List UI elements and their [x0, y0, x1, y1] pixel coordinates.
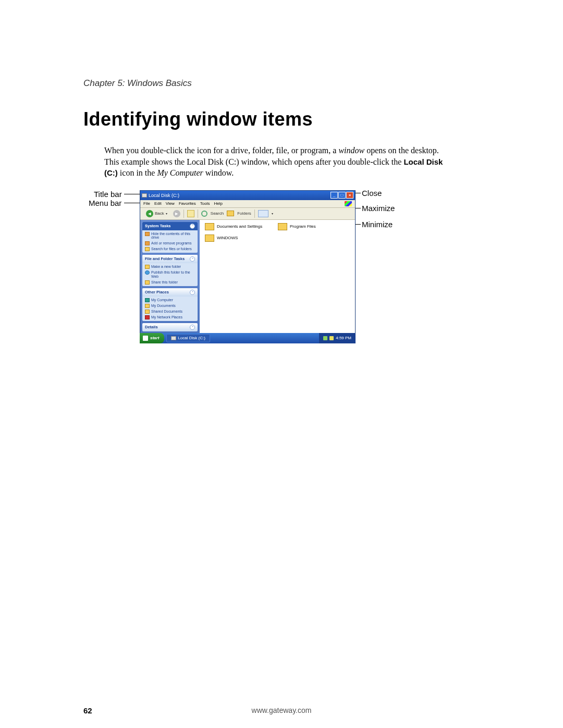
panel-link[interactable]: Search for files or folders [145, 247, 195, 251]
xp-content-area[interactable]: Documents and Settings Program Files WIN… [200, 220, 355, 334]
link-text: Publish this folder to the Web [151, 270, 195, 278]
publish-icon [145, 270, 150, 275]
search-button[interactable]: Search [211, 211, 224, 216]
panel-title: System Tasks [145, 224, 170, 229]
chevron-up-icon: ˄ [190, 224, 195, 229]
forward-button[interactable]: ► [173, 210, 180, 217]
tray-icon [323, 336, 327, 340]
panel-head[interactable]: System Tasks ˄ [142, 222, 198, 230]
panel-title: Other Places [145, 290, 169, 295]
folder-item[interactable]: Program Files [278, 223, 340, 230]
callout-line [124, 203, 140, 203]
my-documents-icon [145, 304, 150, 308]
page-number: 62 [83, 706, 92, 715]
para-italic-window: window [338, 146, 364, 155]
panel-link[interactable]: Share this folder [145, 280, 195, 285]
link-text: Shared Documents [151, 310, 182, 314]
xp-window: Local Disk (C:) _ □ × File Edit View Fav… [140, 190, 356, 333]
menu-tools[interactable]: Tools [200, 201, 210, 206]
figure-window-items: Title bar Menu bar Close Maximize Minimi… [83, 190, 469, 357]
xp-menu-bar: File Edit View Favorites Tools Help [140, 200, 355, 208]
folder-item[interactable]: WINDOWS [205, 235, 267, 242]
panel-head[interactable]: Details ˅ [142, 323, 198, 331]
item-label: WINDOWS [217, 236, 238, 240]
link-text: Add or remove programs [151, 241, 191, 245]
my-computer-icon [145, 298, 150, 302]
callout-title-bar: Title bar [94, 190, 122, 199]
page-heading: Identifying window items [83, 108, 563, 130]
intro-paragraph: When you double-click the icon for a dri… [104, 145, 454, 179]
menu-file[interactable]: File [143, 201, 150, 206]
windows-logo-icon [345, 201, 352, 206]
link-text: My Computer [151, 298, 173, 302]
menu-favorites[interactable]: Favorites [179, 201, 196, 206]
xp-side-panel: System Tasks ˄ Hide the contents of this… [140, 220, 200, 334]
callout-menu-bar: Menu bar [89, 199, 121, 207]
link-text: Search for files or folders [151, 247, 192, 251]
panel-title: Details [145, 325, 158, 330]
panel-link[interactable]: Make a new folder [145, 265, 195, 269]
para-text: When you double-click the icon for a dri… [104, 146, 338, 155]
up-button[interactable] [187, 210, 194, 217]
search-icon [201, 211, 207, 217]
taskbar-task-button[interactable]: Local Disk (C:) [166, 334, 210, 342]
xp-title-text: Local Disk (C:) [142, 193, 179, 198]
panel-head[interactable]: File and Folder Tasks ˄ [142, 255, 198, 263]
panel-system-tasks: System Tasks ˄ Hide the contents of this… [142, 222, 198, 253]
folder-icon [205, 235, 214, 242]
callout-line [124, 194, 140, 194]
item-label: Documents and Settings [217, 224, 262, 229]
folders-button[interactable]: Folders [237, 211, 251, 216]
panel-link[interactable]: Add or remove programs [145, 241, 195, 245]
tray-icon [329, 336, 334, 340]
back-button[interactable]: ◄ Back ▾ [143, 209, 170, 218]
clock: 4:59 PM [336, 336, 351, 340]
panel-title: File and Folder Tasks [145, 256, 185, 262]
back-arrow-icon: ◄ [146, 210, 153, 217]
windows-flag-icon [143, 336, 148, 341]
xp-taskbar: start Local Disk (C:) 4:59 PM [140, 333, 356, 343]
panel-link[interactable]: My Network Places [145, 315, 195, 319]
shared-documents-icon [145, 310, 150, 314]
separator [254, 209, 255, 218]
system-tray[interactable]: 4:59 PM [319, 333, 356, 343]
para-italic-mycomputer: My Computer [157, 168, 203, 177]
views-button[interactable] [258, 210, 268, 217]
panel-link[interactable]: Shared Documents [145, 310, 195, 314]
chevron-down-icon: ▾ [272, 212, 273, 215]
panel-other-places: Other Places ˄ My Computer My Documents … [142, 288, 198, 321]
close-button[interactable]: × [346, 192, 353, 199]
panel-link[interactable]: My Computer [145, 298, 195, 302]
window-title: Local Disk (C:) [149, 193, 179, 198]
menu-view[interactable]: View [166, 201, 175, 206]
footer-url: www.gateway.com [252, 706, 312, 714]
programs-icon [145, 241, 150, 245]
maximize-button[interactable]: □ [338, 192, 346, 199]
panel-head[interactable]: Other Places ˄ [142, 288, 198, 297]
xp-toolbar: ◄ Back ▾ ► Search Folders ▾ [140, 208, 355, 220]
network-places-icon [145, 315, 150, 319]
panel-link[interactable]: Publish this folder to the Web [145, 270, 195, 278]
panel-link[interactable]: My Documents [145, 304, 195, 308]
xp-title-bar[interactable]: Local Disk (C:) _ □ × [140, 191, 355, 200]
panel-link[interactable]: Hide the contents of this drive [145, 232, 195, 240]
folder-icon [205, 223, 214, 230]
folder-item[interactable]: Documents and Settings [205, 223, 267, 230]
menu-help[interactable]: Help [214, 201, 222, 206]
search-files-icon [145, 247, 150, 251]
start-button[interactable]: start [140, 333, 164, 343]
item-label: Program Files [290, 224, 316, 229]
new-folder-icon [145, 265, 150, 269]
chevron-down-icon: ˅ [190, 325, 195, 330]
chevron-up-icon: ˄ [190, 256, 195, 262]
minimize-button[interactable]: _ [331, 192, 338, 199]
xp-body: System Tasks ˄ Hide the contents of this… [140, 220, 355, 334]
share-icon [145, 280, 150, 285]
callout-minimize: Minimize [362, 220, 393, 229]
page-footer: 62 www.gateway.com [0, 706, 563, 715]
disk-icon [142, 193, 147, 198]
menu-edit[interactable]: Edit [154, 201, 162, 206]
folders-icon [227, 211, 234, 216]
hide-icon [145, 232, 150, 236]
chevron-down-icon: ▾ [166, 212, 167, 215]
